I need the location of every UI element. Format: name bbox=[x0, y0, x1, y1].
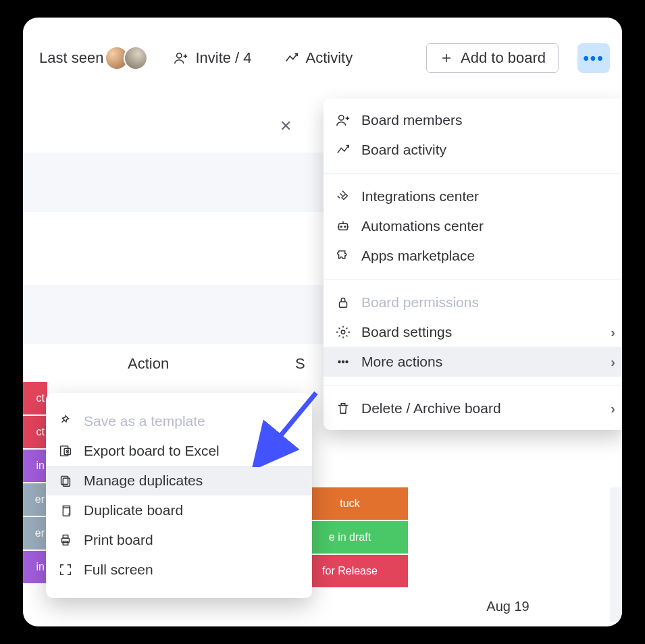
menu-item-label: Save as a template bbox=[84, 413, 205, 429]
copies-icon bbox=[58, 473, 73, 488]
more-dots-icon: ••• bbox=[583, 49, 604, 68]
board-menu: Board membersBoard activityIntegrations … bbox=[324, 99, 622, 430]
svg-rect-17 bbox=[63, 541, 68, 545]
svg-rect-12 bbox=[63, 478, 70, 486]
row-pill: in bbox=[23, 450, 47, 482]
menu-item-board-members[interactable]: Board members bbox=[324, 105, 622, 135]
menu-item-label: Board settings bbox=[361, 324, 452, 340]
menu-item-label: Board activity bbox=[361, 142, 446, 158]
row-pill: ct bbox=[23, 382, 47, 414]
menu-item-export-excel[interactable]: Export board to Excel bbox=[46, 436, 312, 466]
plus-icon bbox=[439, 51, 454, 65]
row-pill: ct bbox=[23, 416, 47, 448]
menu-item-label: Board members bbox=[361, 112, 462, 128]
menu-item-print[interactable]: Print board bbox=[46, 525, 312, 555]
pin-icon bbox=[58, 414, 73, 429]
activity-icon bbox=[336, 142, 351, 157]
menu-item-automations[interactable]: Automations center bbox=[324, 211, 622, 241]
menu-item-delete[interactable]: Delete / Archive board› bbox=[324, 394, 622, 423]
svg-point-3 bbox=[340, 226, 342, 227]
menu-item-more[interactable]: More actions› bbox=[324, 347, 622, 377]
chevron-right-icon: › bbox=[611, 325, 615, 340]
column-header-s: S bbox=[295, 355, 305, 373]
svg-rect-5 bbox=[340, 302, 347, 307]
svg-point-7 bbox=[338, 361, 340, 363]
row-pill: in bbox=[23, 551, 47, 583]
svg-point-8 bbox=[342, 361, 344, 363]
menu-item-manage-dup[interactable]: Manage duplicates bbox=[46, 466, 312, 495]
more-options-button[interactable]: ••• bbox=[577, 43, 610, 73]
menu-item-apps[interactable]: Apps marketplace bbox=[324, 241, 622, 271]
menu-item-permissions: Board permissions bbox=[324, 288, 622, 317]
svg-point-0 bbox=[177, 53, 182, 58]
expand-icon bbox=[58, 562, 73, 577]
menu-item-label: Print board bbox=[84, 532, 153, 548]
menu-item-integrations[interactable]: Integrations center bbox=[324, 182, 622, 211]
menu-item-label: Integrations center bbox=[361, 188, 479, 205]
svg-point-9 bbox=[346, 361, 348, 363]
right-edge bbox=[610, 487, 622, 622]
excel-icon bbox=[58, 444, 73, 458]
board-header: Last seen Invite / 4 Activity Add to boa… bbox=[23, 18, 622, 99]
menu-item-label: Manage duplicates bbox=[84, 473, 203, 489]
menu-item-board-activity[interactable]: Board activity bbox=[324, 135, 622, 165]
menu-item-label: Full screen bbox=[84, 562, 153, 578]
robot-icon bbox=[336, 219, 351, 234]
puzzle-icon bbox=[336, 248, 351, 263]
svg-rect-13 bbox=[61, 477, 68, 485]
menu-item-label: Export board to Excel bbox=[84, 443, 220, 459]
column-header-action: Action bbox=[128, 355, 169, 373]
last-seen-label: Last seen bbox=[39, 49, 103, 67]
dots-icon bbox=[336, 354, 351, 369]
add-to-board-button[interactable]: Add to board bbox=[426, 43, 559, 73]
activity-button[interactable]: Activity bbox=[278, 45, 360, 71]
avatars[interactable] bbox=[110, 46, 148, 70]
row-pill: er bbox=[23, 483, 47, 516]
trash-icon bbox=[336, 401, 351, 416]
svg-rect-14 bbox=[63, 508, 70, 516]
svg-rect-2 bbox=[339, 223, 348, 230]
svg-rect-16 bbox=[63, 535, 68, 539]
person-plus-icon bbox=[174, 51, 188, 65]
copy-icon bbox=[58, 503, 73, 518]
date-cell: Aug 19 bbox=[408, 590, 608, 622]
plug-icon bbox=[336, 189, 351, 204]
menu-item-save-template: Save as a template bbox=[46, 406, 312, 436]
menu-item-label: More actions bbox=[361, 354, 442, 370]
menu-item-label: Board permissions bbox=[361, 294, 479, 311]
avatar[interactable] bbox=[124, 46, 148, 70]
gear-icon bbox=[336, 325, 351, 340]
print-icon bbox=[58, 533, 73, 547]
svg-point-6 bbox=[341, 330, 345, 334]
menu-item-label: Delete / Archive board bbox=[361, 400, 501, 417]
invite-button[interactable]: Invite / 4 bbox=[167, 45, 258, 71]
more-actions-submenu: Save as a templateExport board to ExcelM… bbox=[46, 393, 312, 598]
left-row-pills: ctctinererin bbox=[23, 382, 47, 583]
last-seen: Last seen bbox=[39, 46, 148, 70]
lock-icon bbox=[336, 295, 351, 310]
person-plus-icon bbox=[336, 113, 351, 128]
menu-item-dup-board[interactable]: Duplicate board bbox=[46, 495, 312, 525]
menu-item-settings[interactable]: Board settings› bbox=[324, 317, 622, 347]
activity-label: Activity bbox=[306, 49, 353, 67]
menu-item-full[interactable]: Full screen bbox=[46, 555, 312, 585]
menu-item-label: Apps marketplace bbox=[361, 248, 475, 264]
svg-point-4 bbox=[344, 226, 346, 227]
menu-item-label: Duplicate board bbox=[84, 502, 183, 518]
menu-item-label: Automations center bbox=[361, 218, 484, 234]
chevron-right-icon: › bbox=[611, 401, 615, 417]
svg-point-1 bbox=[339, 115, 344, 120]
chevron-right-icon: › bbox=[611, 354, 615, 370]
invite-label: Invite / 4 bbox=[195, 49, 251, 67]
close-icon[interactable]: ✕ bbox=[280, 117, 292, 135]
add-to-board-label: Add to board bbox=[461, 49, 546, 67]
activity-icon bbox=[284, 51, 299, 65]
row-pill: er bbox=[23, 517, 47, 549]
